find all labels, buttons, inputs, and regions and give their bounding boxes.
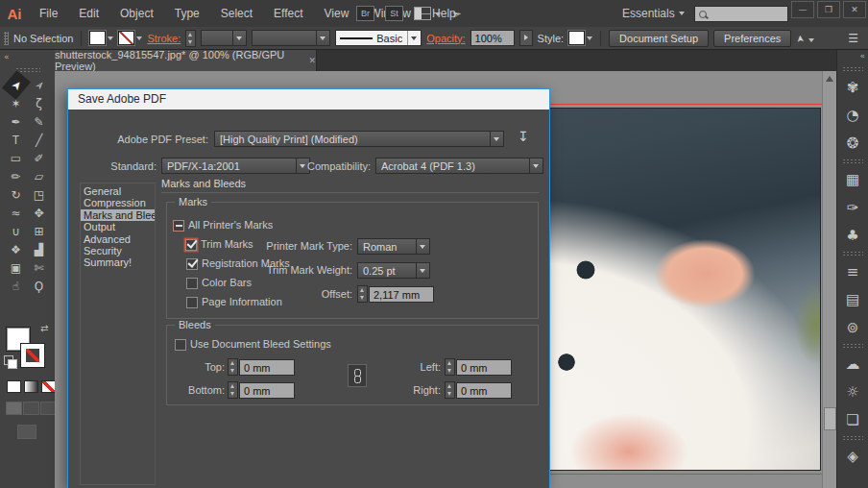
stroke-width-stepper[interactable] [185, 30, 196, 47]
bleed-bottom-input[interactable]: 0 mm [239, 382, 295, 399]
color-guide-panel[interactable]: ❂ [837, 129, 868, 157]
dialog-title-bar[interactable]: Save Adobe PDF [68, 89, 549, 110]
asset-export-panel[interactable]: ☼ [837, 378, 868, 405]
panel-grip[interactable] [842, 159, 863, 163]
page-information-checkbox[interactable] [186, 297, 198, 308]
standard-dropdown[interactable]: PDF/X-1a:2001 [161, 158, 310, 174]
nav-item-security[interactable]: Security [81, 245, 155, 256]
preferences-button[interactable]: Preferences [713, 30, 791, 47]
transparency-panel[interactable]: ⊚ [837, 313, 868, 341]
color-panel[interactable]: ✾ [837, 73, 868, 101]
panel-grip[interactable] [842, 343, 863, 348]
bleed-right-input[interactable]: 0 mm [456, 382, 512, 399]
all-printers-marks-checkbox[interactable] [173, 220, 184, 232]
fill-color-swatch[interactable] [89, 31, 113, 45]
nav-item-marks-and-bleeds[interactable]: Marks and Bleeds [81, 209, 155, 221]
type-tool[interactable]: T [5, 131, 28, 149]
nav-item-general[interactable]: General [81, 185, 155, 197]
puppet-warp-tool[interactable]: ✥ [28, 204, 51, 222]
artboards-panel[interactable]: ❏ [837, 405, 868, 433]
slice-tool[interactable]: ✄ [28, 258, 51, 277]
stroke-panel-link[interactable]: Stroke: [147, 33, 181, 44]
opacity-input[interactable]: 100% [470, 30, 515, 46]
bleed-left-input[interactable]: 0 mm [456, 359, 512, 376]
save-preset-icon[interactable]: ↧ [518, 129, 529, 144]
opacity-panel-link[interactable]: Opacity: [426, 33, 465, 44]
arrange-documents-button[interactable] [414, 7, 441, 20]
compatibility-dropdown[interactable]: Acrobat 4 (PDF 1.3) [375, 158, 543, 174]
collapse-dock-icon[interactable]: « [837, 50, 868, 64]
curvature-tool[interactable]: ✎ [28, 112, 51, 131]
nav-item-summary[interactable]: Summary! [81, 256, 155, 268]
use-document-bleed-checkbox[interactable] [175, 339, 186, 351]
brushes-panel[interactable]: ✑ [837, 193, 868, 221]
pdf-preset-dropdown[interactable]: [High Quality Print] (Modified) [214, 131, 504, 147]
shape-builder-tool[interactable]: ∪ [5, 222, 28, 240]
trim-marks-checkbox[interactable] [185, 239, 197, 251]
bridge-icon[interactable]: Br [356, 6, 374, 21]
nav-item-compression[interactable]: Compression [81, 197, 155, 208]
bleed-left-stepper[interactable] [445, 358, 455, 376]
rectangle-tool[interactable]: ▭ [5, 149, 28, 167]
gradient-mode-button[interactable] [24, 380, 38, 393]
bleed-top-stepper[interactable] [228, 358, 238, 376]
adobe-stock-icon[interactable]: St [385, 6, 403, 21]
maximize-button[interactable]: ❐ [817, 1, 840, 18]
style-swatch[interactable] [568, 31, 592, 45]
eraser-tool[interactable]: ▱ [28, 167, 51, 185]
menu-type[interactable]: Type [164, 0, 210, 27]
menu-view[interactable]: View [314, 0, 360, 27]
panel-options-icon[interactable]: ☰ [848, 32, 858, 45]
document-tab[interactable]: shutterstock_94815547.jpg* @ 100% (RGB/G… [55, 50, 317, 71]
registration-marks-checkbox[interactable] [186, 258, 198, 270]
opacity-arrow-button[interactable] [519, 30, 533, 46]
layers-panel[interactable]: ◈ [837, 442, 868, 470]
menu-effect[interactable]: Effect [263, 0, 313, 27]
width-tool[interactable]: ≈ [5, 204, 28, 222]
symbols-panel[interactable]: ♣ [837, 221, 868, 249]
bleed-link-button[interactable] [348, 364, 367, 387]
stroke-color-control[interactable] [21, 344, 44, 367]
zoom-tool[interactable]: Ϙ [28, 277, 51, 295]
symbol-sprayer-tool[interactable]: ❖ [5, 240, 28, 258]
panel-grip[interactable] [842, 435, 863, 440]
color-mode-button[interactable] [7, 380, 21, 393]
color-bars-checkbox[interactable] [186, 278, 198, 289]
draw-behind-button[interactable] [23, 402, 39, 415]
bleed-top-input[interactable]: 0 mm [239, 359, 295, 376]
offset-input[interactable]: 2,117 mm [369, 286, 434, 303]
appearance-panel[interactable]: ▤ [837, 285, 868, 313]
shaper-tool[interactable]: ✏ [5, 167, 28, 185]
rotate-tool[interactable]: ↻ [5, 185, 28, 204]
menu-select[interactable]: Select [210, 0, 263, 27]
swatches-panel[interactable]: ▦ [837, 165, 868, 193]
bleed-right-stepper[interactable] [445, 381, 455, 399]
scroll-up-icon[interactable] [826, 76, 833, 82]
printer-mark-type-dropdown[interactable]: Roman [357, 238, 430, 255]
libraries-panel[interactable]: ☁ [837, 350, 868, 378]
minimize-button[interactable]: — [791, 1, 814, 18]
swap-fill-stroke-icon[interactable]: ⇄ [40, 323, 48, 333]
perspective-grid-tool[interactable]: ⊞ [28, 222, 51, 240]
collapse-panel-icon[interactable]: « [0, 50, 55, 67]
default-fill-stroke-icon[interactable] [4, 355, 13, 365]
stroke-width-dropdown[interactable] [201, 30, 247, 46]
menu-file[interactable]: File [29, 0, 68, 27]
isolate-selection-button[interactable]: ➤ [796, 33, 813, 44]
panel-grip[interactable] [4, 32, 9, 45]
vertical-scrollbar[interactable] [822, 71, 837, 488]
change-screen-mode-button[interactable] [17, 425, 36, 439]
panel-grip[interactable] [842, 251, 863, 256]
workspace-switcher[interactable]: Essentials [622, 0, 685, 27]
document-setup-button[interactable]: Document Setup [609, 30, 709, 47]
gradient-panel[interactable]: ◔ [837, 101, 868, 129]
search-input[interactable] [694, 6, 788, 22]
share-icon[interactable]: ➣ [450, 6, 464, 22]
nav-item-output[interactable]: Output [81, 221, 155, 232]
trim-marks-label[interactable]: Trim Marks [201, 238, 253, 250]
all-printers-marks-label[interactable]: All Printer's Marks [188, 219, 273, 231]
scrollbar-thumb[interactable] [824, 407, 836, 430]
tab-close-icon[interactable]: ✕ [308, 56, 316, 65]
nav-item-advanced[interactable]: Advanced [81, 233, 155, 245]
draw-normal-button[interactable] [6, 402, 22, 415]
